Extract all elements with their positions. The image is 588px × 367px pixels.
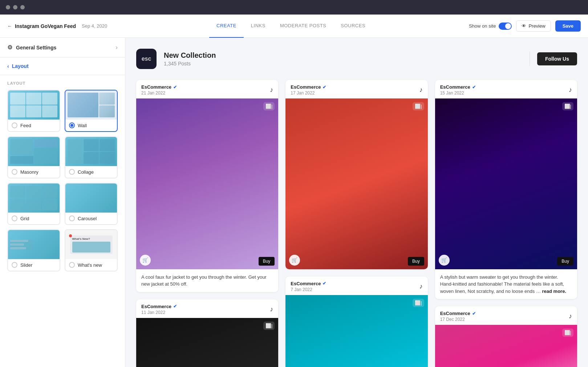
cart-icon: 🛒 bbox=[140, 255, 151, 266]
layout-name-feed: Feed bbox=[20, 123, 31, 128]
post-text: A cool faux fur jacket to get you throug… bbox=[136, 269, 278, 292]
layout-option-whatsnew[interactable]: What's New? What's new bbox=[65, 229, 118, 271]
layout-footer-carousel: Carousel bbox=[65, 213, 117, 224]
camera-icon: ⬜| bbox=[562, 102, 573, 110]
layout-section-label: LAYOUT bbox=[7, 81, 118, 85]
post-header: EsCommerce ✔ 11 Jan 2022 ♪ bbox=[136, 299, 278, 318]
preview-button[interactable]: 👁 Preview bbox=[516, 20, 551, 32]
layout-thumb-carousel bbox=[65, 184, 117, 213]
tab-links[interactable]: LINKS bbox=[244, 15, 273, 38]
layout-option-slider[interactable]: Slider bbox=[7, 229, 60, 271]
layout-footer-whatsnew: What's new bbox=[65, 259, 117, 271]
buy-button[interactable]: Buy bbox=[408, 257, 424, 266]
post-header: EsCommerce ✔ 7 Jan 2022 ♪ bbox=[285, 277, 427, 295]
page-date: Sep 4, 2020 bbox=[82, 23, 107, 29]
post-image-inner: ⬜| 🛒 Buy bbox=[136, 98, 278, 269]
post-image: ⬜| 🛒 bbox=[136, 318, 278, 367]
read-more-link[interactable]: read more. bbox=[542, 289, 566, 294]
radio-feed bbox=[12, 122, 17, 128]
general-settings-title: ⚙ General Settings bbox=[7, 44, 56, 51]
layout-option-carousel[interactable]: Carousel bbox=[65, 183, 118, 225]
layout-footer-masonry: Masonry bbox=[8, 166, 60, 178]
profile-divider bbox=[530, 52, 530, 66]
profile-posts-count: 1,345 Posts bbox=[164, 61, 522, 66]
tiktok-icon: ♪ bbox=[270, 86, 273, 94]
layout-back-button[interactable]: ‹ Layout bbox=[7, 63, 118, 69]
post-author-name: EsCommerce ✔ bbox=[141, 304, 177, 309]
layout-name-whatsnew: What's new bbox=[78, 262, 102, 268]
post-author-name: EsCommerce ✔ bbox=[440, 311, 476, 316]
verified-badge: ✔ bbox=[472, 85, 476, 90]
eye-icon: 👁 bbox=[522, 23, 526, 29]
post-image-container: ⬜| 🛒 Buy bbox=[285, 295, 427, 367]
layout-option-feed[interactable]: Feed bbox=[7, 90, 60, 132]
layout-option-grid[interactable]: Grid bbox=[7, 183, 60, 225]
tab-create[interactable]: CREATE bbox=[209, 15, 244, 38]
tiktok-icon: ♪ bbox=[270, 306, 273, 313]
layout-option-collage[interactable]: Collage bbox=[65, 136, 118, 178]
tab-sources[interactable]: SOURCES bbox=[333, 15, 373, 38]
save-button[interactable]: Save bbox=[555, 20, 581, 32]
posts-grid: EsCommerce ✔ 21 Jan 2022 ♪ ⬜| 🛒 bbox=[136, 80, 577, 367]
layout-name-masonry: Masonry bbox=[20, 169, 38, 175]
follow-button[interactable]: Follow Us bbox=[537, 52, 577, 65]
chevron-left-icon: ‹ bbox=[7, 63, 9, 69]
post-author: EsCommerce ✔ 15 Jan 2022 bbox=[440, 84, 476, 96]
content-area: esc New Collection 1,345 Posts Follow Us… bbox=[125, 38, 588, 367]
avatar: esc bbox=[136, 49, 157, 69]
post-header: EsCommerce ✔ 17 Jan 2022 ♪ bbox=[285, 80, 427, 98]
sidebar: ⚙ General Settings › ‹ Layout LAYOUT bbox=[0, 38, 125, 367]
post-author: EsCommerce ✔ 17 Dec 2022 bbox=[440, 311, 476, 322]
layout-footer-slider: Slider bbox=[8, 259, 60, 271]
header-right: Show on site 👁 Preview Save bbox=[469, 20, 581, 32]
layout-name-slider: Slider bbox=[20, 262, 32, 268]
buy-button[interactable]: Buy bbox=[259, 257, 275, 266]
verified-badge: ✔ bbox=[323, 281, 326, 286]
posts-column-2: EsCommerce ✔ 17 Jan 2022 ♪ ⬜| 🛒 bbox=[285, 80, 427, 367]
post-image-container: ⬜| 🛒 Buy bbox=[285, 98, 427, 269]
profile-info: New Collection 1,345 Posts bbox=[164, 51, 522, 66]
show-on-site-toggle[interactable] bbox=[499, 23, 512, 30]
layout-option-wall[interactable]: Wall bbox=[65, 90, 118, 132]
topbar-dot-1 bbox=[6, 5, 10, 9]
posts-column-1: EsCommerce ✔ 21 Jan 2022 ♪ ⬜| 🛒 bbox=[136, 80, 278, 367]
post-image-container: ⬜| 🛒 Buy bbox=[136, 98, 278, 269]
post-author-name: EsCommerce ✔ bbox=[440, 84, 476, 90]
buy-button[interactable]: Buy bbox=[557, 257, 573, 266]
post-image-container: ⬜| 🛒 bbox=[136, 318, 278, 367]
post-card: EsCommerce ✔ 11 Jan 2022 ♪ ⬜| 🛒 bbox=[136, 299, 278, 367]
post-author-name: EsCommerce ✔ bbox=[291, 84, 326, 90]
layout-name-carousel: Carousel bbox=[78, 216, 97, 221]
layout-name-collage: Collage bbox=[78, 169, 94, 175]
back-arrow-icon: ← bbox=[7, 23, 12, 29]
general-settings-section[interactable]: ⚙ General Settings › bbox=[0, 38, 125, 57]
camera-icon: ⬜| bbox=[413, 102, 424, 110]
tab-moderate-posts[interactable]: MODERATE POSTS bbox=[273, 15, 333, 38]
layout-footer-feed: Feed bbox=[8, 120, 60, 131]
post-author-name: EsCommerce ✔ bbox=[141, 84, 177, 90]
post-image-container: ⬜| 🛒 Buy bbox=[435, 98, 577, 269]
post-author-name: EsCommerce ✔ bbox=[291, 281, 326, 286]
post-date: 15 Jan 2022 bbox=[440, 90, 476, 96]
back-button[interactable]: ← Instagram GoVegan Feed Sep 4, 2020 bbox=[7, 23, 107, 29]
radio-wall bbox=[69, 122, 75, 128]
post-image: ⬜| 🛒 Buy bbox=[435, 98, 577, 269]
post-date: 11 Jan 2022 bbox=[141, 310, 177, 315]
camera-icon: ⬜| bbox=[413, 299, 424, 307]
layout-thumb-collage bbox=[65, 137, 117, 166]
layout-option-masonry[interactable]: Masonry bbox=[7, 136, 60, 178]
header: ← Instagram GoVegan Feed Sep 4, 2020 CRE… bbox=[0, 15, 588, 38]
post-text: A stylish but warm sweater to get you th… bbox=[435, 269, 577, 299]
verified-badge: ✔ bbox=[173, 85, 177, 90]
post-header: EsCommerce ✔ 15 Jan 2022 ♪ bbox=[435, 80, 577, 98]
post-card: EsCommerce ✔ 17 Dec 2022 ♪ ⬜| bbox=[435, 306, 577, 367]
radio-grid bbox=[12, 215, 17, 221]
layout-thumb-whatsnew: What's New? bbox=[65, 230, 117, 259]
page-title: Instagram GoVegan Feed bbox=[15, 23, 76, 29]
posts-column-3: EsCommerce ✔ 15 Jan 2022 ♪ ⬜| 🛒 bbox=[435, 80, 577, 367]
post-author: EsCommerce ✔ 7 Jan 2022 bbox=[291, 281, 326, 292]
tiktok-icon: ♪ bbox=[569, 312, 572, 320]
camera-icon: ⬜| bbox=[562, 328, 573, 337]
radio-whatsnew bbox=[69, 262, 75, 268]
post-card: EsCommerce ✔ 21 Jan 2022 ♪ ⬜| 🛒 bbox=[136, 80, 278, 292]
